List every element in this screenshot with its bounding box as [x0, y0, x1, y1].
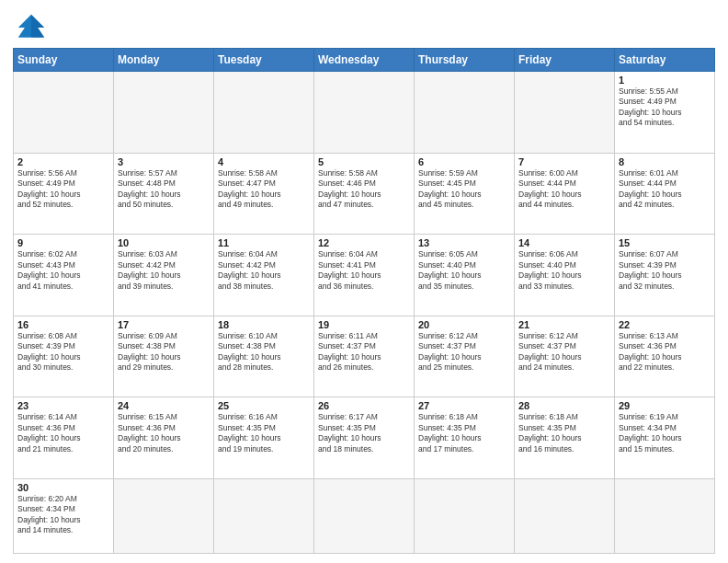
calendar-cell — [515, 478, 615, 553]
day-number: 2 — [17, 156, 109, 167]
day-number: 29 — [619, 400, 711, 411]
day-number: 28 — [518, 400, 610, 411]
day-info: Sunrise: 5:59 AM Sunset: 4:45 PM Dayligh… — [418, 168, 510, 211]
calendar-cell — [114, 478, 214, 553]
day-number: 7 — [518, 156, 610, 167]
calendar-header-row: SundayMondayTuesdayWednesdayThursdayFrid… — [14, 49, 715, 72]
day-number: 21 — [518, 319, 610, 330]
calendar-cell: 15Sunrise: 6:07 AM Sunset: 4:39 PM Dayli… — [615, 235, 715, 316]
day-number: 16 — [17, 319, 109, 330]
day-info: Sunrise: 6:08 AM Sunset: 4:39 PM Dayligh… — [17, 331, 109, 373]
calendar-cell: 28Sunrise: 6:18 AM Sunset: 4:35 PM Dayli… — [515, 397, 615, 479]
calendar-cell: 1Sunrise: 5:55 AM Sunset: 4:49 PM Daylig… — [615, 72, 715, 154]
calendar-cell: 26Sunrise: 6:17 AM Sunset: 4:35 PM Dayli… — [314, 397, 415, 479]
calendar-dow-friday: Friday — [515, 49, 615, 72]
calendar-table: SundayMondayTuesdayWednesdayThursdayFrid… — [13, 48, 715, 554]
day-info: Sunrise: 6:20 AM Sunset: 4:34 PM Dayligh… — [17, 494, 109, 536]
day-info: Sunrise: 6:04 AM Sunset: 4:42 PM Dayligh… — [218, 249, 310, 292]
calendar-cell: 12Sunrise: 6:04 AM Sunset: 4:41 PM Dayli… — [314, 235, 415, 316]
day-info: Sunrise: 6:00 AM Sunset: 4:44 PM Dayligh… — [518, 168, 610, 211]
calendar-cell: 27Sunrise: 6:18 AM Sunset: 4:35 PM Dayli… — [415, 397, 515, 479]
calendar-cell: 3Sunrise: 5:57 AM Sunset: 4:48 PM Daylig… — [114, 153, 214, 235]
day-info: Sunrise: 6:06 AM Sunset: 4:40 PM Dayligh… — [518, 249, 610, 292]
calendar-cell: 4Sunrise: 5:58 AM Sunset: 4:47 PM Daylig… — [214, 153, 314, 235]
day-number: 12 — [318, 237, 410, 248]
day-info: Sunrise: 6:13 AM Sunset: 4:36 PM Dayligh… — [619, 331, 711, 373]
calendar-cell: 16Sunrise: 6:08 AM Sunset: 4:39 PM Dayli… — [14, 316, 114, 397]
calendar-cell: 25Sunrise: 6:16 AM Sunset: 4:35 PM Dayli… — [214, 397, 314, 479]
day-info: Sunrise: 6:16 AM Sunset: 4:35 PM Dayligh… — [218, 412, 310, 454]
day-info: Sunrise: 6:03 AM Sunset: 4:42 PM Dayligh… — [118, 249, 210, 292]
day-number: 20 — [418, 319, 510, 330]
day-number: 4 — [218, 156, 310, 167]
day-info: Sunrise: 6:02 AM Sunset: 4:43 PM Dayligh… — [17, 249, 109, 292]
calendar-cell: 18Sunrise: 6:10 AM Sunset: 4:38 PM Dayli… — [214, 316, 314, 397]
calendar-dow-thursday: Thursday — [415, 49, 515, 72]
calendar-cell — [214, 478, 314, 553]
day-number: 26 — [318, 400, 410, 411]
day-number: 11 — [218, 237, 310, 248]
calendar-cell: 29Sunrise: 6:19 AM Sunset: 4:34 PM Dayli… — [615, 397, 715, 479]
day-number: 18 — [218, 319, 310, 330]
calendar-cell: 13Sunrise: 6:05 AM Sunset: 4:40 PM Dayli… — [415, 235, 515, 316]
day-number: 19 — [318, 319, 410, 330]
day-number: 9 — [17, 237, 109, 248]
day-info: Sunrise: 6:07 AM Sunset: 4:39 PM Dayligh… — [619, 249, 711, 292]
calendar-cell: 2Sunrise: 5:56 AM Sunset: 4:49 PM Daylig… — [14, 153, 114, 235]
calendar-week-3: 16Sunrise: 6:08 AM Sunset: 4:39 PM Dayli… — [14, 316, 715, 397]
day-number: 23 — [17, 400, 109, 411]
day-info: Sunrise: 5:58 AM Sunset: 4:47 PM Dayligh… — [218, 168, 310, 211]
calendar-cell: 5Sunrise: 5:58 AM Sunset: 4:46 PM Daylig… — [314, 153, 415, 235]
day-info: Sunrise: 6:18 AM Sunset: 4:35 PM Dayligh… — [518, 412, 610, 454]
day-info: Sunrise: 5:57 AM Sunset: 4:48 PM Dayligh… — [118, 168, 210, 211]
calendar-cell: 20Sunrise: 6:12 AM Sunset: 4:37 PM Dayli… — [415, 316, 515, 397]
logo-icon — [13, 13, 50, 42]
day-number: 15 — [619, 237, 711, 248]
day-info: Sunrise: 6:04 AM Sunset: 4:41 PM Dayligh… — [318, 249, 410, 292]
page: SundayMondayTuesdayWednesdayThursdayFrid… — [0, 0, 728, 563]
calendar-cell: 19Sunrise: 6:11 AM Sunset: 4:37 PM Dayli… — [314, 316, 415, 397]
calendar-cell: 17Sunrise: 6:09 AM Sunset: 4:38 PM Dayli… — [114, 316, 214, 397]
day-number: 30 — [17, 482, 109, 493]
day-info: Sunrise: 6:05 AM Sunset: 4:40 PM Dayligh… — [418, 249, 510, 292]
calendar-dow-monday: Monday — [114, 49, 214, 72]
day-number: 22 — [619, 319, 711, 330]
calendar-week-4: 23Sunrise: 6:14 AM Sunset: 4:36 PM Dayli… — [14, 397, 715, 479]
calendar-cell: 8Sunrise: 6:01 AM Sunset: 4:44 PM Daylig… — [615, 153, 715, 235]
day-info: Sunrise: 6:19 AM Sunset: 4:34 PM Dayligh… — [619, 412, 711, 454]
day-number: 25 — [218, 400, 310, 411]
day-number: 8 — [619, 156, 711, 167]
day-info: Sunrise: 6:09 AM Sunset: 4:38 PM Dayligh… — [118, 331, 210, 373]
calendar-cell: 7Sunrise: 6:00 AM Sunset: 4:44 PM Daylig… — [515, 153, 615, 235]
calendar-cell: 11Sunrise: 6:04 AM Sunset: 4:42 PM Dayli… — [214, 235, 314, 316]
calendar-cell — [515, 72, 615, 154]
calendar-dow-sunday: Sunday — [14, 49, 114, 72]
calendar-week-5: 30Sunrise: 6:20 AM Sunset: 4:34 PM Dayli… — [14, 478, 715, 553]
calendar-cell — [314, 72, 415, 154]
calendar-cell: 23Sunrise: 6:14 AM Sunset: 4:36 PM Dayli… — [14, 397, 114, 479]
calendar-cell: 30Sunrise: 6:20 AM Sunset: 4:34 PM Dayli… — [14, 478, 114, 553]
logo — [13, 13, 53, 42]
calendar-week-2: 9Sunrise: 6:02 AM Sunset: 4:43 PM Daylig… — [14, 235, 715, 316]
calendar-week-0: 1Sunrise: 5:55 AM Sunset: 4:49 PM Daylig… — [14, 72, 715, 154]
day-info: Sunrise: 6:12 AM Sunset: 4:37 PM Dayligh… — [418, 331, 510, 373]
day-info: Sunrise: 5:58 AM Sunset: 4:46 PM Dayligh… — [318, 168, 410, 211]
day-info: Sunrise: 5:55 AM Sunset: 4:49 PM Dayligh… — [619, 86, 711, 129]
calendar-cell — [214, 72, 314, 154]
day-info: Sunrise: 6:10 AM Sunset: 4:38 PM Dayligh… — [218, 331, 310, 373]
calendar-cell: 6Sunrise: 5:59 AM Sunset: 4:45 PM Daylig… — [415, 153, 515, 235]
calendar-dow-wednesday: Wednesday — [314, 49, 415, 72]
day-number: 27 — [418, 400, 510, 411]
day-number: 3 — [118, 156, 210, 167]
day-number: 6 — [418, 156, 510, 167]
day-info: Sunrise: 6:18 AM Sunset: 4:35 PM Dayligh… — [418, 412, 510, 454]
day-number: 14 — [518, 237, 610, 248]
day-number: 10 — [118, 237, 210, 248]
calendar-cell: 21Sunrise: 6:12 AM Sunset: 4:37 PM Dayli… — [515, 316, 615, 397]
calendar-cell: 9Sunrise: 6:02 AM Sunset: 4:43 PM Daylig… — [14, 235, 114, 316]
svg-marker-1 — [31, 15, 44, 38]
header — [13, 9, 715, 42]
calendar-week-1: 2Sunrise: 5:56 AM Sunset: 4:49 PM Daylig… — [14, 153, 715, 235]
day-info: Sunrise: 6:01 AM Sunset: 4:44 PM Dayligh… — [619, 168, 711, 211]
calendar-cell: 10Sunrise: 6:03 AM Sunset: 4:42 PM Dayli… — [114, 235, 214, 316]
